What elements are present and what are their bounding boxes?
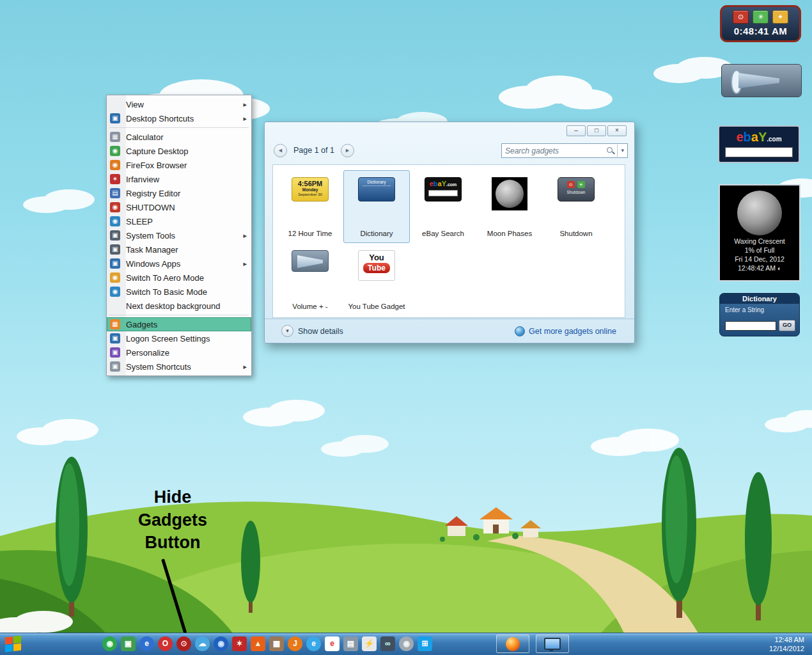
- gray-orb-icon[interactable]: ◉: [399, 636, 414, 651]
- menu-item-task-manager[interactable]: ▣Task Manager: [107, 242, 251, 256]
- search-icon[interactable]: [606, 146, 614, 155]
- settings-button[interactable]: ✳: [753, 10, 769, 24]
- ebay-icon[interactable]: e: [325, 636, 340, 651]
- menu-item-system-shortcuts[interactable]: ▣System Shortcuts▸: [107, 359, 251, 374]
- menu-item-switch-to-aero-mode[interactable]: ◉Switch To Aero Mode: [107, 271, 251, 285]
- monitor-icon: [544, 638, 561, 650]
- desktop-context-menu: View▸▣Desktop Shortcuts▸▦Calculator◉Capt…: [106, 95, 252, 376]
- menu-item-registry-editor[interactable]: ▤Registry Editor: [107, 186, 251, 200]
- power-app-icon[interactable]: ⊙: [176, 636, 191, 651]
- menu-item-calculator[interactable]: ▦Calculator: [107, 130, 251, 144]
- ebay-gadget[interactable]: ebaY.com: [718, 125, 800, 163]
- menu-item-label: Gadgets: [126, 320, 247, 329]
- gallery-navigation: ◄ Page 1 of 1 ► ▾: [274, 143, 628, 158]
- menu-item-personalize[interactable]: ▣Personalize: [107, 345, 251, 359]
- menu-item-shutdown[interactable]: ◉SHUTDOWN: [107, 200, 251, 214]
- menu-item-label: FireFox Browser: [126, 161, 247, 170]
- menu-item-label: System Tools: [126, 231, 243, 241]
- menu-item-system-tools[interactable]: ▣System Tools▸: [107, 228, 251, 242]
- menu-item-windows-apps[interactable]: ▣Windows Apps▸: [107, 256, 251, 271]
- registry-editor-icon: ▤: [110, 188, 120, 198]
- system-shortcuts-icon: ▣: [110, 361, 120, 372]
- firefox-taskbar-button[interactable]: [496, 635, 529, 653]
- java-icon[interactable]: J: [288, 636, 302, 651]
- display-settings-taskbar-button[interactable]: [536, 635, 569, 653]
- menu-item-label: View: [126, 100, 243, 109]
- moon-phase-label: Waxing Crescent: [720, 237, 799, 246]
- gadget-tile-label: Moon Phases: [487, 230, 532, 237]
- binoculars-icon[interactable]: ∞: [380, 636, 395, 651]
- menu-item-sleep[interactable]: ◉SLEEP: [107, 214, 251, 228]
- start-button[interactable]: [5, 636, 22, 653]
- dictionary-gadget[interactable]: Dictionary Enter a String GO: [719, 293, 800, 336]
- show-details-label: Show details: [298, 327, 343, 336]
- irfanview-icon[interactable]: ✶: [232, 636, 247, 651]
- get-more-gadgets-link[interactable]: Get more gadgets online: [515, 326, 616, 336]
- basic-mode-icon: ◉: [110, 287, 120, 297]
- gadget-gallery-window: – □ × ◄ Page 1 of 1 ► ▾ 4:56PMMondaySept…: [264, 122, 635, 343]
- gadget-tile-moon-phases[interactable]: Moon Phases: [476, 170, 543, 243]
- gadget-tile-you-tube-gadget[interactable]: YouTubeYou Tube Gadget: [343, 243, 410, 316]
- chevron-down-icon: ▾: [281, 325, 293, 337]
- page-back-button[interactable]: ◄: [274, 144, 287, 157]
- flame-icon[interactable]: ▲: [251, 636, 265, 651]
- volume-icon: [292, 250, 329, 272]
- windows-metro-icon[interactable]: ⊞: [418, 636, 432, 651]
- gadget-tile-volume[interactable]: Volume + -: [277, 243, 343, 316]
- volume-gadget[interactable]: [721, 64, 802, 97]
- gadget-tile-12-hour-time[interactable]: 4:56PMMondaySeptember 3012 Hour Time: [277, 170, 343, 243]
- ie-icon[interactable]: e: [306, 636, 321, 651]
- media-player-icon[interactable]: ◉: [102, 636, 117, 651]
- opera-icon[interactable]: O: [158, 636, 173, 651]
- go-button[interactable]: GO: [779, 320, 795, 331]
- clock-gadget[interactable]: ⊙✳✦ 0:48:41 AM: [720, 5, 801, 42]
- globe-app-icon[interactable]: ◉: [214, 636, 228, 651]
- power-button[interactable]: ⊙: [733, 10, 749, 24]
- moon-phases-gadget[interactable]: Waxing Crescent 1% of Full Fri 14 Dec, 2…: [719, 184, 800, 281]
- notes-icon[interactable]: ▤: [343, 636, 358, 651]
- gadget-tile-label: 12 Hour Time: [288, 230, 332, 237]
- package-icon[interactable]: ▦: [269, 636, 284, 651]
- menu-item-gadgets[interactable]: ▦Gadgets: [107, 317, 251, 331]
- menu-item-capture-desktop[interactable]: ◉Capture Desktop: [107, 144, 251, 158]
- gadget-search-box[interactable]: ▾: [501, 143, 628, 158]
- taskbar-clock[interactable]: 12:48 AM 12/14/2012: [769, 635, 804, 653]
- page-forward-button[interactable]: ►: [341, 144, 354, 157]
- start-flag-blue: [5, 644, 13, 652]
- annotation-line: Button: [112, 532, 233, 555]
- runner-icon[interactable]: ⚡: [362, 636, 377, 651]
- moon-image: [737, 191, 782, 235]
- gadget-tile-ebay-search[interactable]: ebaY.comeBay Search: [410, 170, 476, 243]
- menu-item-firefox-browser[interactable]: ◉FireFox Browser: [107, 158, 251, 172]
- gadget-tile-dictionary[interactable]: DictionaryDictionary: [343, 170, 410, 243]
- ebay-search-icon: ebaY.com: [425, 177, 462, 201]
- search-input[interactable]: [502, 146, 606, 155]
- show-details-toggle[interactable]: ▾ Show details: [281, 325, 343, 337]
- moon-date-label: Fri 14 Dec, 2012: [720, 255, 799, 264]
- logon-screen-icon: ▣: [110, 333, 120, 343]
- browser-e-icon[interactable]: e: [139, 636, 154, 651]
- menu-item-switch-to-basic-mode[interactable]: ◉Switch To Basic Mode: [107, 285, 251, 299]
- globe-icon: [515, 326, 525, 336]
- window-controls: – □ ×: [566, 125, 627, 136]
- minimize-button[interactable]: –: [566, 125, 586, 136]
- gadget-tile-label: Shutdown: [559, 230, 592, 237]
- restore-button[interactable]: □: [587, 125, 606, 136]
- personalize-icon: ▣: [110, 347, 120, 358]
- menu-item-next-desktop-background[interactable]: Next desktop background: [107, 299, 251, 313]
- annotation-line: Hide: [112, 486, 233, 509]
- ebay-search-input[interactable]: [725, 147, 793, 157]
- menu-item-logon-screen-settings[interactable]: ▣Logon Screen Settings: [107, 331, 251, 345]
- search-dropdown-icon[interactable]: ▾: [617, 145, 627, 157]
- dictionary-icon: Dictionary: [358, 177, 395, 201]
- firefox-icon: ◉: [110, 160, 120, 170]
- menu-item-view[interactable]: View▸: [107, 97, 251, 111]
- gadget-tile-shutdown[interactable]: ⊙✳ShutdownShutdown: [543, 170, 609, 243]
- capture-icon[interactable]: ▣: [121, 636, 136, 651]
- tools-button[interactable]: ✦: [772, 10, 788, 24]
- menu-item-irfanview[interactable]: ✶Irfanview: [107, 172, 251, 186]
- dictionary-input[interactable]: [725, 321, 776, 331]
- close-button[interactable]: ×: [607, 125, 627, 136]
- menu-item-desktop-shortcuts[interactable]: ▣Desktop Shortcuts▸: [107, 111, 251, 125]
- cloud-app-icon[interactable]: ☁: [195, 636, 210, 651]
